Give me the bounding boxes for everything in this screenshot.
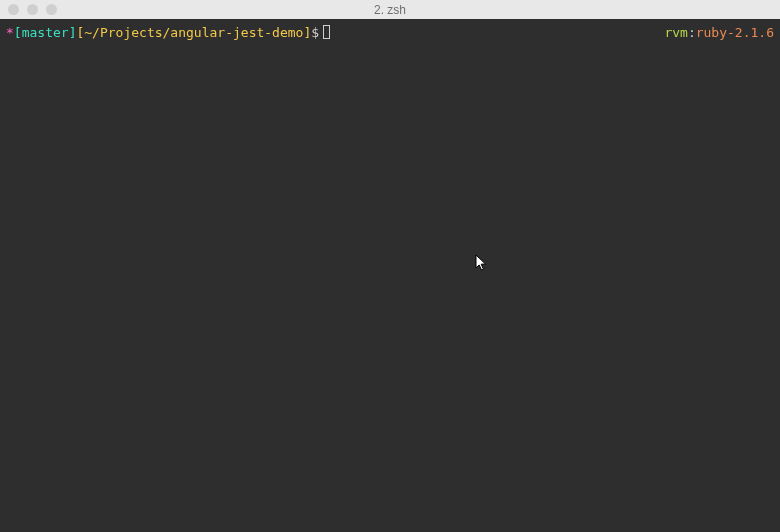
rvm-version: ruby-2.1.6 [696, 25, 774, 40]
window-title: 2. zsh [374, 3, 406, 17]
cwd-path: ~/Projects/angular-jest-demo [84, 24, 303, 42]
mouse-pointer-icon [475, 254, 489, 272]
git-dirty-indicator: * [6, 24, 14, 42]
prompt-line: *[master][~/Projects/angular-jest-demo]$… [6, 23, 774, 42]
prompt-left: *[master][~/Projects/angular-jest-demo]$ [6, 23, 330, 42]
prompt-symbol: $ [311, 24, 319, 42]
branch-close-bracket: ] [69, 24, 77, 42]
git-branch: master [22, 24, 69, 42]
maximize-icon[interactable] [46, 4, 57, 15]
path-open-bracket: [ [76, 24, 84, 42]
path-close-bracket: ] [303, 24, 311, 42]
cursor-icon [323, 25, 330, 39]
close-icon[interactable] [8, 4, 19, 15]
traffic-lights [8, 4, 57, 15]
titlebar[interactable]: 2. zsh [0, 0, 780, 19]
minimize-icon[interactable] [27, 4, 38, 15]
rvm-colon: : [688, 25, 696, 40]
prompt-right: rvm:ruby-2.1.6 [664, 24, 774, 42]
rvm-label: rvm [664, 25, 687, 40]
terminal-area[interactable]: *[master][~/Projects/angular-jest-demo]$… [0, 19, 780, 532]
branch-open-bracket: [ [14, 24, 22, 42]
